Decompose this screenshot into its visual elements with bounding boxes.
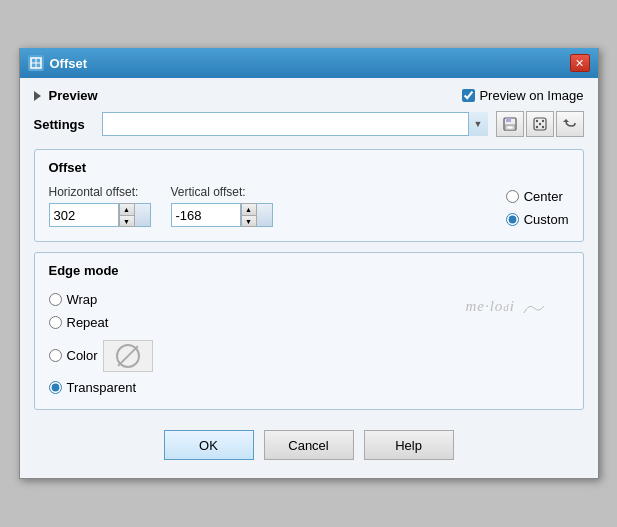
- watermark: me·lodi: [465, 288, 568, 318]
- settings-dropdown-wrapper: ▼: [102, 112, 488, 136]
- vertical-spinner: ▲ ▼: [171, 203, 273, 227]
- preview-section: Preview: [34, 88, 98, 103]
- svg-marker-13: [563, 119, 569, 122]
- title-bar: Offset ✕: [20, 48, 598, 78]
- svg-point-8: [535, 120, 537, 122]
- no-color-icon: [116, 344, 140, 368]
- wrap-radio-label[interactable]: Wrap: [49, 292, 153, 307]
- vertical-field-group: Vertical offset: ▲ ▼: [171, 185, 273, 227]
- svg-rect-4: [506, 118, 511, 122]
- settings-select[interactable]: [102, 112, 488, 136]
- custom-radio-text: Custom: [524, 212, 569, 227]
- settings-label: Settings: [34, 117, 94, 132]
- preview-checkbox-label[interactable]: Preview on Image: [462, 88, 583, 103]
- vertical-input[interactable]: [171, 203, 241, 227]
- app-icon: [28, 55, 44, 71]
- wrap-radio[interactable]: [49, 293, 62, 306]
- window-title: Offset: [50, 56, 88, 71]
- offset-row: Horizontal offset: ▲ ▼ Vertical offset:: [49, 185, 569, 227]
- repeat-radio-text: Repeat: [67, 315, 109, 330]
- window-body: Preview Preview on Image Settings ▼: [20, 78, 598, 478]
- svg-rect-6: [507, 126, 513, 129]
- transparent-radio-label[interactable]: Transparent: [49, 380, 153, 395]
- horizontal-unit-select[interactable]: [135, 203, 151, 227]
- dice-icon: [532, 116, 548, 132]
- close-button[interactable]: ✕: [570, 54, 590, 72]
- watermark-swirl-icon: [519, 298, 549, 318]
- offset-fields: Horizontal offset: ▲ ▼ Vertical offset:: [49, 185, 273, 227]
- edge-group-title: Edge mode: [49, 263, 569, 278]
- svg-point-10: [538, 123, 540, 125]
- undo-button[interactable]: [556, 111, 584, 137]
- horizontal-input[interactable]: [49, 203, 119, 227]
- preview-row: Preview Preview on Image: [34, 88, 584, 103]
- random-button[interactable]: [526, 111, 554, 137]
- repeat-radio-label[interactable]: Repeat: [49, 315, 153, 330]
- wrap-radio-text: Wrap: [67, 292, 98, 307]
- transparent-radio-text: Transparent: [67, 380, 137, 395]
- save-icon: [502, 116, 518, 132]
- color-radio-text: Color: [67, 348, 98, 363]
- center-radio-label[interactable]: Center: [506, 189, 569, 204]
- color-radio-label[interactable]: Color: [49, 338, 153, 372]
- color-radio[interactable]: [49, 349, 62, 362]
- preview-label: Preview: [49, 88, 98, 103]
- title-bar-left: Offset: [28, 55, 88, 71]
- center-radio[interactable]: [506, 190, 519, 203]
- horizontal-spinner: ▲ ▼: [49, 203, 151, 227]
- transparent-radio[interactable]: [49, 381, 62, 394]
- help-button[interactable]: Help: [364, 430, 454, 460]
- save-settings-button[interactable]: [496, 111, 524, 137]
- preview-arrow-icon: [34, 91, 41, 101]
- footer: OK Cancel Help: [34, 420, 584, 464]
- vertical-unit-select[interactable]: [257, 203, 273, 227]
- vertical-spin-down[interactable]: ▼: [241, 215, 257, 227]
- edge-content: Wrap Repeat Color: [49, 288, 569, 395]
- ok-button[interactable]: OK: [164, 430, 254, 460]
- svg-point-12: [541, 126, 543, 128]
- cancel-button[interactable]: Cancel: [264, 430, 354, 460]
- offset-radio-group: Center Custom: [506, 185, 569, 227]
- offset-group-title: Offset: [49, 160, 569, 175]
- main-window: Offset ✕ Preview Preview on Image Settin…: [19, 48, 599, 479]
- settings-row: Settings ▼: [34, 111, 584, 137]
- offset-group: Offset Horizontal offset: ▲ ▼: [34, 149, 584, 242]
- horizontal-field-group: Horizontal offset: ▲ ▼: [49, 185, 151, 227]
- center-radio-text: Center: [524, 189, 563, 204]
- repeat-radio[interactable]: [49, 316, 62, 329]
- vertical-label: Vertical offset:: [171, 185, 273, 199]
- settings-icons: [496, 111, 584, 137]
- color-swatch[interactable]: [103, 340, 153, 372]
- horizontal-spin-up[interactable]: ▲: [119, 203, 135, 215]
- edge-group: Edge mode Wrap Repeat Color: [34, 252, 584, 410]
- horizontal-label: Horizontal offset:: [49, 185, 151, 199]
- preview-checkbox-text: Preview on Image: [479, 88, 583, 103]
- horizontal-spinner-buttons: ▲ ▼: [119, 203, 135, 227]
- custom-radio-label[interactable]: Custom: [506, 212, 569, 227]
- edge-radios: Wrap Repeat Color: [49, 288, 153, 395]
- custom-radio[interactable]: [506, 213, 519, 226]
- undo-icon: [562, 116, 578, 132]
- svg-point-9: [541, 120, 543, 122]
- horizontal-spin-down[interactable]: ▼: [119, 215, 135, 227]
- vertical-spinner-buttons: ▲ ▼: [241, 203, 257, 227]
- vertical-spin-up[interactable]: ▲: [241, 203, 257, 215]
- preview-checkbox[interactable]: [462, 89, 475, 102]
- preview-on-image: Preview on Image: [462, 88, 583, 103]
- svg-point-11: [535, 126, 537, 128]
